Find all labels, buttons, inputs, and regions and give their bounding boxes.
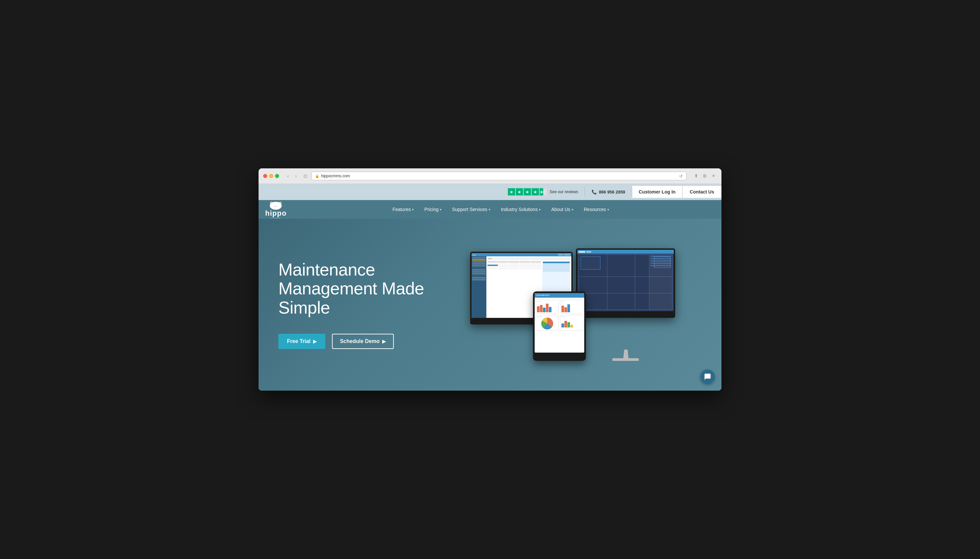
td	[487, 268, 498, 269]
sidebar-item	[472, 259, 486, 261]
hippo-logo-icon	[267, 199, 284, 210]
th	[509, 261, 520, 263]
lock-icon: 🔒	[315, 174, 319, 178]
nav-resources[interactable]: Resources ▾	[579, 200, 614, 218]
chevron-down-icon: ▾	[607, 208, 609, 212]
chat-icon	[704, 373, 711, 380]
chevron-down-icon: ▾	[489, 208, 490, 212]
nav-features[interactable]: Features ▾	[387, 200, 419, 218]
hero-title: Maintenance Management Made Simple	[279, 260, 444, 317]
minimize-button[interactable]	[269, 174, 273, 178]
td	[487, 266, 498, 268]
chat-float-button[interactable]	[700, 369, 715, 384]
td	[509, 266, 520, 268]
customer-login-button[interactable]: Customer Log In	[632, 186, 682, 198]
cmms-content-title: Standard	[487, 257, 570, 260]
maximize-button[interactable]	[275, 174, 279, 178]
facility-item	[543, 266, 570, 268]
td	[498, 263, 509, 264]
nav-industry-solutions[interactable]: Industry Solutions ▾	[496, 200, 546, 218]
td	[498, 265, 509, 266]
sidebar-item	[472, 279, 486, 281]
free-trial-button[interactable]: Free Trial ▶	[279, 334, 325, 349]
svg-point-8	[276, 207, 278, 209]
svg-point-10	[276, 206, 277, 207]
address-bar[interactable]: 🔒 hippocmms.com ↺	[312, 172, 686, 180]
td	[520, 266, 530, 268]
star-4: ★	[532, 188, 539, 195]
sidebar-item	[472, 269, 486, 271]
phone-area[interactable]: 📞 866 956 2859	[585, 188, 632, 196]
facility-item	[543, 269, 570, 270]
nav-about-us[interactable]: About Us ▾	[546, 200, 579, 218]
sidebar-item	[472, 273, 486, 275]
trustpilot-area[interactable]: ★ ★ ★ ★ ★ See our reviews	[501, 187, 585, 197]
sidebar-item	[472, 263, 486, 265]
td	[509, 268, 520, 269]
arrow-icon: ▶	[313, 339, 317, 344]
new-tab-icon[interactable]: ⊞	[701, 173, 708, 179]
schedule-demo-button[interactable]: Schedule Demo ▶	[332, 334, 394, 349]
facilities-title	[543, 261, 570, 263]
monitor-mockup-group: hippo	[470, 248, 675, 361]
top-bar: ★ ★ ★ ★ ★ See our reviews 📞 866 956 2859…	[259, 184, 721, 200]
add-tab-button[interactable]: +	[710, 173, 717, 179]
see-reviews-text[interactable]: See our reviews	[549, 190, 578, 194]
table-row	[487, 266, 541, 268]
svg-point-6	[280, 202, 281, 203]
phone-icon: 📞	[592, 190, 597, 195]
logo-text: hippo	[265, 210, 287, 217]
table-row	[487, 263, 541, 264]
reload-icon[interactable]: ↺	[679, 174, 683, 179]
blueprint-lines	[577, 250, 674, 311]
th	[498, 261, 509, 263]
chevron-down-icon: ▾	[412, 208, 414, 212]
sidebar-toggle-icon[interactable]: ⊡	[302, 173, 308, 179]
hero-image: hippo	[444, 248, 701, 361]
sidebar-item	[472, 265, 486, 266]
td	[487, 263, 498, 264]
report-header: SYSTEM DYNAMIC REPORT	[535, 293, 584, 298]
star-5-half: ★	[539, 188, 547, 195]
hero-buttons: Free Trial ▶ Schedule Demo ▶	[279, 334, 444, 349]
chevron-down-icon: ▾	[440, 208, 441, 212]
facility-item	[543, 265, 570, 266]
star-1: ★	[508, 188, 515, 195]
svg-point-7	[274, 207, 276, 209]
share-icon[interactable]: ⬆	[693, 173, 699, 179]
blueprint-screen	[577, 250, 674, 311]
nav-support-services[interactable]: Support Services ▾	[447, 200, 496, 218]
hero-content: Maintenance Management Made Simple Free …	[279, 260, 444, 349]
nav-pricing[interactable]: Pricing ▾	[419, 200, 447, 218]
td	[498, 266, 509, 268]
table-row	[487, 268, 541, 269]
arrow-icon: ▶	[382, 339, 386, 344]
monitor-back-screen	[577, 250, 674, 311]
table-header	[487, 261, 541, 263]
forward-arrow-icon[interactable]: ›	[293, 173, 299, 179]
td	[520, 263, 530, 264]
report-screen: SYSTEM DYNAMIC REPORT Work Orders	[535, 293, 584, 352]
svg-point-9	[274, 206, 275, 207]
star-3: ★	[524, 188, 531, 195]
contact-us-button[interactable]: Contact Us	[682, 186, 721, 198]
logo[interactable]: hippo CMMS	[265, 199, 287, 220]
facility-item	[543, 268, 570, 269]
cmms-sidebar	[472, 256, 487, 318]
star-2: ★	[516, 188, 523, 195]
chevron-down-icon: ▾	[572, 208, 573, 212]
back-arrow-icon[interactable]: ‹	[285, 173, 291, 179]
td	[531, 265, 541, 266]
tablet-screen: SYSTEM DYNAMIC REPORT Work Orders	[535, 293, 584, 352]
svg-point-5	[271, 202, 272, 203]
td	[531, 266, 541, 268]
cmms-mini-logo: hippo	[472, 254, 476, 256]
sidebar-item	[472, 261, 486, 263]
report-body: Work Orders	[535, 298, 584, 332]
sidebar-item	[472, 277, 486, 278]
facility-item	[543, 271, 570, 271]
close-button[interactable]	[263, 174, 267, 178]
facility-item	[543, 264, 570, 265]
star-ratings: ★ ★ ★ ★ ★	[508, 188, 547, 195]
th	[520, 261, 530, 263]
